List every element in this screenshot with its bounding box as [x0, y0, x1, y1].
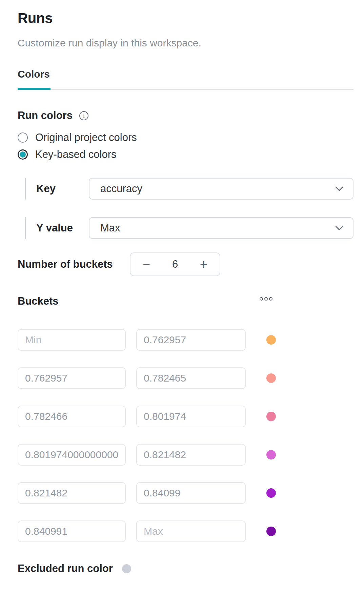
bucket-min-input[interactable] — [18, 329, 126, 351]
bucket-min-input[interactable] — [18, 444, 126, 466]
bucket-color-dot[interactable] — [266, 373, 276, 383]
tab-rule — [18, 88, 353, 90]
bucket-row — [18, 406, 353, 427]
radio-icon[interactable] — [18, 132, 28, 143]
bucket-color-dot[interactable] — [266, 412, 276, 421]
buckets-count-stepper: − 6 + — [130, 252, 220, 276]
bucket-color-dot[interactable] — [266, 450, 276, 459]
bucket-max-input[interactable] — [136, 406, 246, 427]
bucket-color-dot[interactable] — [266, 488, 276, 498]
run-colors-radio-group: Original project colors Key-based colors — [18, 131, 353, 161]
buckets-count-value: 6 — [172, 258, 178, 270]
radio-label: Key-based colors — [35, 148, 117, 161]
bucket-color-dot[interactable] — [266, 335, 276, 345]
bucket-max-input[interactable] — [136, 367, 246, 389]
bucket-min-input[interactable] — [18, 406, 126, 427]
bucket-row — [18, 367, 353, 389]
page-title: Runs — [18, 10, 353, 26]
bucket-min-input[interactable] — [18, 520, 126, 542]
number-of-buckets-label: Number of buckets — [18, 258, 130, 270]
bucket-min-input[interactable] — [18, 367, 126, 389]
info-icon[interactable]: i — [79, 111, 88, 120]
bucket-min-input[interactable] — [18, 482, 126, 504]
increment-button[interactable]: + — [198, 258, 209, 271]
decrement-button[interactable]: − — [141, 258, 152, 271]
y-value-select[interactable]: Max — [89, 217, 353, 239]
dot — [269, 297, 272, 301]
run-colors-label: Run colors — [18, 109, 73, 122]
radio-icon[interactable] — [18, 149, 28, 160]
y-value-select-value: Max — [100, 222, 335, 234]
bucket-max-input[interactable] — [136, 482, 246, 504]
bucket-row — [18, 520, 353, 542]
tab-colors[interactable]: Colors — [18, 68, 50, 80]
overflow-menu-icon[interactable] — [258, 296, 274, 302]
tab-active-indicator — [18, 88, 50, 90]
buckets-heading: Buckets — [18, 295, 59, 307]
page-subtitle: Customize run display in this workspace. — [18, 37, 353, 49]
bucket-row — [18, 482, 353, 504]
key-select[interactable]: accuracy — [89, 178, 353, 200]
bucket-row — [18, 329, 353, 351]
bucket-max-input[interactable] — [136, 329, 246, 351]
key-label: Key — [26, 178, 89, 200]
radio-label: Original project colors — [35, 131, 137, 144]
dot — [260, 297, 263, 301]
dot — [264, 297, 268, 301]
bucket-max-input[interactable] — [136, 520, 246, 542]
bucket-max-input[interactable] — [136, 444, 246, 466]
y-value-label: Y value — [26, 217, 89, 239]
bucket-color-dot[interactable] — [266, 527, 276, 536]
chevron-down-icon — [335, 186, 343, 191]
radio-key-based-colors[interactable]: Key-based colors — [18, 148, 353, 161]
excluded-run-color-dot[interactable] — [122, 564, 131, 573]
radio-original-project-colors[interactable]: Original project colors — [18, 131, 353, 144]
chevron-down-icon — [335, 225, 343, 231]
key-select-value: accuracy — [100, 183, 335, 195]
bucket-row — [18, 444, 353, 466]
excluded-run-color-label: Excluded run color — [18, 563, 118, 575]
radio-dot — [20, 151, 26, 158]
bucket-grid — [18, 329, 353, 542]
